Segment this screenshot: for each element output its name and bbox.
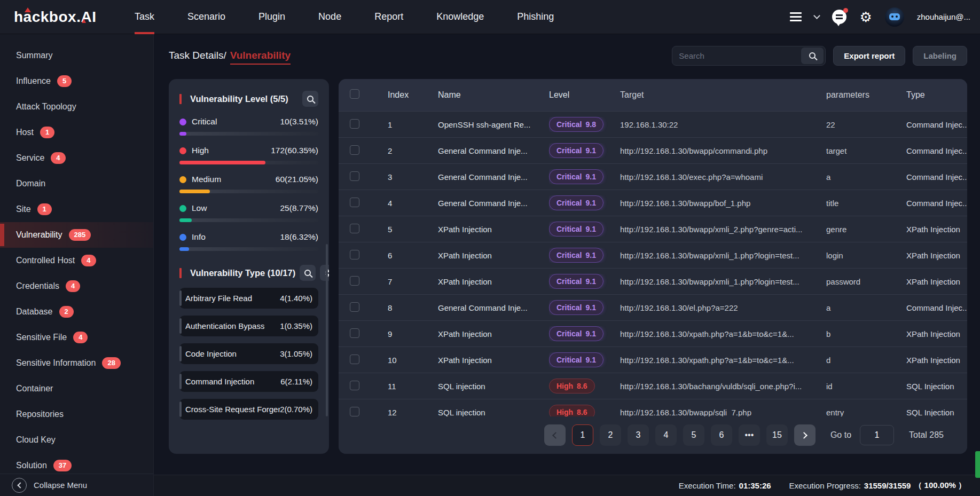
avatar[interactable] [885, 7, 904, 27]
type-item[interactable]: Authentication Bypass 1(0.35%) [179, 316, 318, 336]
level-item[interactable]: Critical 10(3.51%) [179, 117, 318, 136]
sidebar-item[interactable]: Attack Topology [0, 94, 153, 120]
sidebar-item[interactable]: Influence 5 [0, 68, 153, 94]
type-item[interactable]: Command Injection 6(2.11%) [179, 371, 318, 392]
nav-tab[interactable]: Scenario [187, 0, 225, 34]
nav-tab[interactable]: Node [318, 0, 341, 34]
level-item[interactable]: High 172(60.35%) [179, 146, 318, 164]
row-checkbox[interactable] [350, 198, 359, 207]
page-button[interactable]: 6 [711, 424, 732, 446]
breadcrumb-root[interactable]: Task Details/ [169, 50, 226, 61]
level-item[interactable]: Info 18(6.32%) [179, 232, 318, 251]
cell-level: Critical 9.1 [549, 195, 620, 210]
nav-tab[interactable]: Task [135, 0, 154, 34]
row-checkbox[interactable] [350, 355, 359, 364]
row-checkbox[interactable] [350, 302, 359, 312]
cell-type: XPath Injection [906, 277, 967, 286]
row-checkbox[interactable] [350, 381, 359, 390]
panel-scrollbar[interactable] [326, 244, 328, 416]
breadcrumb-current[interactable]: Vulnerability [230, 50, 291, 65]
page-button[interactable]: 2 [600, 424, 621, 446]
sidebar-item-label: Influence [16, 76, 51, 86]
level-badge-score: 9.1 [585, 199, 595, 207]
sidebar-item[interactable]: Site 1 [0, 196, 153, 222]
row-checkbox[interactable] [350, 224, 359, 233]
sidebar-item[interactable]: Database 2 [0, 299, 153, 325]
table-row[interactable]: 12 SQL injection High 8.6 http://192.168… [339, 399, 967, 416]
sidebar-item[interactable]: Domain [0, 171, 153, 196]
table-row[interactable]: 9 XPath Injection Critical 9.1 http://19… [339, 320, 967, 347]
level-search-button[interactable] [302, 91, 318, 107]
page-button[interactable]: 5 [683, 424, 704, 446]
prev-page-button[interactable] [544, 424, 566, 446]
floating-widget-edge[interactable] [975, 451, 980, 478]
sidebar-item[interactable]: Controlled Host 4 [0, 248, 153, 273]
row-checkbox[interactable] [350, 328, 359, 338]
sidebar-item[interactable]: Sensitive File 4 [0, 325, 153, 350]
type-item[interactable]: Arbitrary File Read 4(1.40%) [179, 288, 318, 309]
chevron-down-icon[interactable] [814, 12, 821, 19]
export-report-button[interactable]: Export report [833, 46, 905, 66]
table-row[interactable]: 2 General Command Inje... Critical 9.1 h… [339, 137, 967, 163]
search-button[interactable] [801, 48, 824, 64]
sidebar-item[interactable]: Credentials 4 [0, 273, 153, 299]
chat-icon[interactable] [832, 10, 846, 24]
cell-type: Command Injec... [906, 120, 967, 129]
sidebar-item[interactable]: Solution 37 [0, 453, 153, 474]
table-row[interactable]: 11 SQL injection High 8.6 http://192.168… [339, 373, 967, 399]
level-badge: Critical 9.1 [549, 248, 603, 263]
row-checkbox[interactable] [350, 250, 359, 259]
cell-name: General Command Inje... [438, 303, 549, 312]
nav-tab[interactable]: Knowledge [436, 0, 484, 34]
cell-level: Critical 9.1 [549, 326, 620, 341]
level-badge-text: Critical [556, 225, 582, 233]
sidebar-item[interactable]: Summary [0, 43, 153, 68]
search-input[interactable] [672, 51, 801, 60]
brand-logo[interactable]: hackbox.AI [0, 9, 135, 26]
table-row[interactable]: 4 General Command Inje... Critical 9.1 h… [339, 190, 967, 216]
sidebar-item[interactable]: Cloud Key [0, 427, 153, 453]
row-checkbox[interactable] [350, 276, 359, 286]
sidebar-item[interactable]: Container [0, 376, 153, 401]
level-item[interactable]: Medium 60(21.05%) [179, 175, 318, 193]
nav-tab[interactable]: Phishing [517, 0, 554, 34]
page-button[interactable]: 1 [572, 424, 593, 446]
page-button[interactable]: ••• [739, 424, 760, 446]
user-email[interactable]: zhouhaijun@... [917, 12, 970, 21]
sidebar-item[interactable]: Service 4 [0, 145, 153, 171]
table-row[interactable]: 3 General Command Inje... Critical 9.1 h… [339, 163, 967, 190]
goto-page-input[interactable] [860, 425, 894, 445]
sidebar-item[interactable]: Vulnerability 285 [0, 222, 153, 248]
page-button[interactable]: 3 [628, 424, 649, 446]
table-row[interactable]: 6 XPath Injection Critical 9.1 http://19… [339, 242, 967, 268]
row-checkbox[interactable] [350, 119, 359, 129]
table-row[interactable]: 8 General Command Inje... Critical 9.1 h… [339, 294, 967, 320]
level-item[interactable]: Low 25(8.77%) [179, 203, 318, 222]
next-page-button[interactable] [794, 424, 816, 446]
nav-tab[interactable]: Plugin [258, 0, 285, 34]
type-search-button[interactable] [300, 265, 316, 281]
sidebar-item-badge: 28 [102, 357, 120, 369]
row-checkbox[interactable] [350, 145, 359, 155]
table-row[interactable]: 1 OpenSSH ssh-agent Re... Critical 9.8 1… [339, 111, 967, 137]
type-item[interactable]: Code Injection 3(1.05%) [179, 343, 318, 364]
table-row[interactable]: 10 XPath Injection Critical 9.1 http://1… [339, 347, 967, 373]
nav-tab[interactable]: Report [374, 0, 403, 34]
sidebar-item[interactable]: Repositories [0, 401, 153, 427]
sidebar-item[interactable]: Host 1 [0, 120, 153, 145]
cell-name: XPath Injection [438, 225, 549, 234]
page-button[interactable]: 4 [655, 424, 677, 446]
total-count: Total 285 [909, 430, 944, 440]
gear-icon[interactable]: ⚙ [859, 10, 872, 24]
collapse-menu-button[interactable]: Collapse Menu [0, 474, 153, 496]
table-row[interactable]: 5 XPath Injection Critical 9.1 http://19… [339, 216, 967, 242]
menu-icon[interactable] [790, 12, 802, 21]
table-row[interactable]: 7 XPath Injection Critical 9.1 http://19… [339, 268, 967, 294]
type-item[interactable]: Cross-Site Request Forgery... 2(0.70%) [179, 399, 318, 420]
row-checkbox[interactable] [350, 407, 359, 416]
sidebar-item[interactable]: Sensitive Information 28 [0, 350, 153, 376]
labeling-button[interactable]: Labeling [913, 46, 967, 66]
page-button[interactable]: 15 [766, 424, 788, 446]
select-all-checkbox[interactable] [350, 89, 359, 99]
row-checkbox[interactable] [350, 171, 359, 181]
